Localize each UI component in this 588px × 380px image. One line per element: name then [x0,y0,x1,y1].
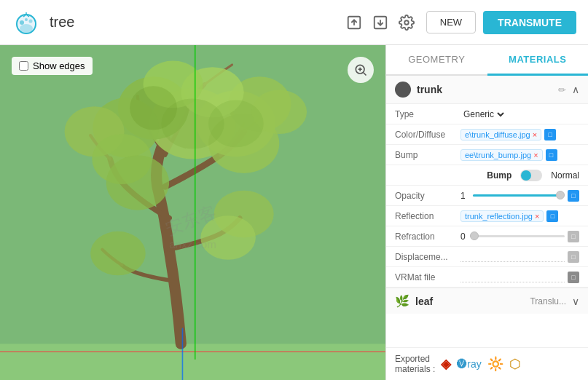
color-diffuse-row: Color/Diffuse e\trunk_diffuse.jpg × □ [386,124,588,145]
type-row: Type Generic V-Ray [386,104,588,124]
opacity-label: Opacity [395,191,460,201]
toggle-thumb [521,170,531,181]
transmute-button[interactable]: TRANSMUTE [483,11,576,34]
color-diffuse-file-tag: e\trunk_diffuse.jpg × [460,129,541,140]
sketchup-export-icon[interactable]: ◈ [441,356,451,372]
refraction-value: 0 □ [460,231,579,242]
reflection-remove[interactable]: × [535,212,539,221]
zoom-icon[interactable] [348,57,374,83]
header: tree NEW TRANSMUTE [0,0,588,45]
trunk-material-name: trunk [417,84,558,95]
panel-content: trunk ✏ ∧ Type Generic V-Ray Color/Diffu… [386,76,588,347]
svg-text:anxz.com: anxz.com [169,238,216,250]
refraction-slider-container [473,235,565,237]
displacement-label: Displaceme... [395,252,460,262]
bump-filename: ee\trunk_bump.jpg [465,151,531,159]
show-edges-checkbox[interactable]: Show edges [12,57,93,75]
show-edges-label: Show edges [33,60,85,71]
displacement-folder-icon[interactable]: □ [568,251,579,263]
vrmat-row: VRMat file □ [386,267,588,288]
reflection-filename: trunk_reflection.jpg [465,212,533,221]
reflection-file-tag: trunk_reflection.jpg × [460,210,544,222]
export-icon-group: ◈ 🅥ray 🔆 ⬡ [441,356,520,372]
leaf-expand-icon[interactable]: ∨ [572,296,579,307]
download-icon[interactable] [372,15,388,31]
refraction-label: Refraction [395,231,460,242]
color-diffuse-value: e\trunk_diffuse.jpg × □ [460,129,579,140]
tab-materials[interactable]: MATERIALS [487,45,589,76]
refraction-row: Refraction 0 □ [386,226,588,247]
bump-label: Bump [395,150,460,160]
settings-icon[interactable] [399,15,415,31]
other-export-icon[interactable]: ⬡ [509,356,521,372]
leaf-material-row[interactable]: 🌿 leaf Translu... ∨ [386,288,588,314]
bump-normal-toggle[interactable] [520,170,542,181]
bump-toggle-row: Bump Normal [386,165,588,186]
opacity-number: 1 [460,191,466,201]
trunk-color-swatch[interactable] [395,82,411,98]
opacity-row: Opacity 1 □ [386,186,588,206]
refraction-folder-icon[interactable]: □ [568,231,579,242]
bump-row: Bump ee\trunk_bump.jpg × □ [386,145,588,165]
upload-icon[interactable] [346,15,362,31]
vrmat-value: □ [460,272,579,283]
exported-materials-row: Exported materials : ◈ 🅥ray 🔆 ⬡ [386,347,588,380]
corona-export-icon[interactable]: 🔆 [487,356,503,372]
svg-point-4 [25,18,28,21]
opacity-folder-icon[interactable]: □ [568,190,579,202]
leaf-type-value: Translu... [530,296,566,306]
color-diffuse-folder-icon[interactable]: □ [544,129,556,140]
displacement-row: Displaceme... □ [386,247,588,267]
svg-point-3 [29,19,33,23]
bump-value: ee\trunk_bump.jpg × □ [460,149,579,161]
trunk-edit-icon[interactable]: ✏ [558,84,566,95]
displacement-value: □ [460,251,579,263]
new-button[interactable]: NEW [426,11,476,33]
exported-label: Exported materials : [395,354,435,374]
type-select[interactable]: Generic V-Ray [460,108,506,120]
reflection-value: trunk_reflection.jpg × □ [460,210,579,222]
normal-label: Normal [551,170,579,181]
app-logo [12,8,41,37]
svg-point-1 [20,24,33,33]
type-value: Generic V-Ray [460,108,579,120]
reflection-label: Reflection [395,211,460,221]
color-diffuse-label: Color/Diffuse [395,130,460,140]
svg-point-29 [106,155,169,210]
vrmat-folder-icon[interactable]: □ [568,272,579,283]
viewport: Show edges [0,45,385,380]
show-edges-input[interactable] [19,61,28,71]
color-diffuse-filename: e\trunk_diffuse.jpg [465,130,530,139]
app-title: tree [50,14,346,31]
color-diffuse-remove[interactable]: × [533,130,537,139]
opacity-slider[interactable] [473,194,562,197]
opacity-slider-container [473,194,562,197]
bump-folder-icon[interactable]: □ [546,149,557,161]
refraction-number: 0 [460,231,466,242]
leaf-material-name: leaf [415,296,530,307]
tab-geometry[interactable]: GEOMETRY [386,45,487,74]
svg-rect-17 [0,344,385,380]
header-icon-group [346,15,415,31]
bump-file-tag: ee\trunk_bump.jpg × [460,149,543,161]
tree-visualization: 安东客 anxz.com [0,45,385,380]
trunk-collapse-icon[interactable]: ∧ [572,84,579,95]
reflection-row: Reflection trunk_reflection.jpg × □ [386,206,588,226]
main-area: Show edges [0,45,588,380]
svg-point-36 [208,100,264,148]
right-panel: GEOMETRY MATERIALS trunk ✏ ∧ Type Generi… [385,45,588,380]
vrmat-label: VRMat file [395,272,460,282]
vray-export-icon[interactable]: 🅥ray [457,358,481,370]
bump-remove[interactable]: × [533,151,538,159]
svg-point-12 [404,20,409,25]
refraction-slider[interactable] [473,235,565,237]
svg-point-2 [20,20,24,25]
svg-point-32 [90,231,146,275]
leaf-icon: 🌿 [395,294,409,308]
opacity-value: 1 □ [460,190,579,202]
bump-toggle-label: Bump [487,170,511,181]
reflection-folder-icon[interactable]: □ [546,210,558,222]
type-label: Type [395,109,460,119]
trunk-material-header: trunk ✏ ∧ [386,76,588,104]
tab-bar: GEOMETRY MATERIALS [386,45,588,76]
